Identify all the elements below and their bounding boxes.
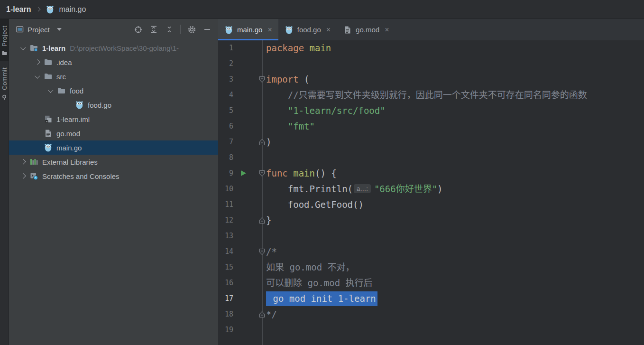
locate-icon xyxy=(134,25,143,34)
code-line: 4 //只需要写到文件夹级别就行，因此同一个文件夹不可存在同名同参的函数 xyxy=(218,87,644,103)
code-text: 如果 go.mod 不对， xyxy=(266,260,355,275)
chevron-down-icon[interactable] xyxy=(57,28,62,31)
chevron-right-icon[interactable] xyxy=(31,60,44,64)
chevron-down-icon[interactable] xyxy=(44,90,57,92)
line-number: 4 xyxy=(218,87,233,103)
tab-label: food.go xyxy=(297,26,321,34)
code-line: 3import ( xyxy=(218,72,644,87)
breadcrumb-project[interactable]: 1-learn xyxy=(6,5,31,14)
expand-all-button[interactable] xyxy=(147,23,160,36)
code-text: import ( xyxy=(266,72,310,87)
tab-label: main.go xyxy=(237,26,262,34)
chevron-right-icon[interactable] xyxy=(17,174,29,178)
tab-go.mod[interactable]: go.mod× xyxy=(337,19,395,40)
folder-icon xyxy=(44,72,53,81)
locate-button[interactable] xyxy=(132,23,144,36)
tab-main.go[interactable]: main.go× xyxy=(218,19,278,40)
tab-close-icon[interactable]: × xyxy=(326,26,331,34)
tree-item-path: D:\projectWorkSpace\30-golang\1- xyxy=(70,44,179,52)
editor-tabs: main.go×food.go×go.mod× xyxy=(218,19,644,40)
line-number: 19 xyxy=(218,322,233,338)
folder-icon xyxy=(57,86,66,95)
breadcrumb-file[interactable]: main.go xyxy=(59,5,86,14)
line-number: 11 xyxy=(218,197,233,213)
stripe-tab-label: Commit xyxy=(1,67,8,90)
line-number: 17 xyxy=(218,291,233,307)
breadcrumb-separator-icon xyxy=(36,7,41,12)
mod-file-icon xyxy=(343,26,352,34)
tree-item-food[interactable]: food xyxy=(9,84,218,98)
code-line: 17 go mod init 1-learn xyxy=(218,291,644,307)
inlay-hint: a…: xyxy=(354,184,371,193)
line-number: 12 xyxy=(218,213,233,228)
code-text: package main xyxy=(266,40,331,56)
code-line: 8 xyxy=(218,150,644,166)
code-line: 13 xyxy=(218,228,644,244)
line-number: 14 xyxy=(218,244,233,260)
tree-item-external-libraries[interactable]: External Libraries xyxy=(9,155,218,169)
line-number: 3 xyxy=(218,72,233,87)
stripe-tab-label: Project xyxy=(1,26,8,47)
code-line: 18*/ xyxy=(218,307,644,322)
project-panel-title[interactable]: Project xyxy=(28,26,50,34)
tab-close-icon[interactable]: × xyxy=(267,26,272,34)
fold-marker-icon[interactable] xyxy=(259,311,265,318)
code-text: ) xyxy=(266,134,271,150)
scratch-icon xyxy=(29,172,38,180)
tree-item-food.go[interactable]: food.go xyxy=(9,98,218,112)
fold-marker-icon[interactable] xyxy=(259,248,265,255)
hide-button[interactable] xyxy=(201,23,213,36)
tree-item-label: go.mod xyxy=(56,130,80,138)
line-number: 8 xyxy=(218,150,233,166)
settings-button[interactable] xyxy=(185,23,198,36)
tree-item-label: External Libraries xyxy=(42,158,98,166)
code-text: 可以删除 go.mod 执行后 xyxy=(266,275,373,291)
code-text: /* xyxy=(266,244,277,260)
chevron-right-icon[interactable] xyxy=(17,160,29,164)
code-text: func main() { xyxy=(266,166,337,181)
code-text: "1-learn/src/food" xyxy=(266,103,386,119)
code-line: 2 xyxy=(218,56,644,72)
chevron-down-icon[interactable] xyxy=(31,75,44,78)
tab-close-icon[interactable]: × xyxy=(385,26,389,34)
code-editor[interactable]: 1package main23import (4 //只需要写到文件夹级别就行，… xyxy=(218,40,644,345)
project-tree: 1-learnD:\projectWorkSpace\30-golang\1-.… xyxy=(9,40,218,183)
fold-marker-icon[interactable] xyxy=(259,217,265,224)
code-line: 19 xyxy=(218,322,644,338)
tree-item-label: main.go xyxy=(56,144,82,152)
code-line: 15如果 go.mod 不对， xyxy=(218,260,644,275)
fold-marker-icon[interactable] xyxy=(259,139,265,146)
code-line: 12} xyxy=(218,213,644,228)
tree-item-scratches-and-consoles[interactable]: Scratches and Consoles xyxy=(9,169,218,183)
line-number: 13 xyxy=(218,228,233,244)
tree-item-src[interactable]: src xyxy=(9,69,218,84)
tree-item-go.mod[interactable]: go.mod xyxy=(9,126,218,140)
code-line: 10 fmt.Println(a…:"666你好世界") xyxy=(218,181,644,197)
stripe-tab-commit[interactable]: Commit xyxy=(0,61,9,105)
stripe-tab-project[interactable]: Project xyxy=(0,19,9,61)
code-text: "fmt" xyxy=(266,119,315,134)
minus-icon xyxy=(203,25,212,34)
stripe-commit-icon xyxy=(1,94,8,101)
code-line: 11 food.GetFood() xyxy=(218,197,644,213)
tab-label: go.mod xyxy=(356,26,379,34)
tree-item-.idea[interactable]: .idea xyxy=(9,55,218,69)
tree-item-label: food.go xyxy=(88,101,111,109)
project-tool-window: Project 1-learnD:\projectWorkSpace\30-go… xyxy=(9,19,218,345)
line-number: 16 xyxy=(218,275,233,291)
expand-icon xyxy=(149,25,158,34)
tool-window-stripe: ProjectCommit xyxy=(0,19,9,345)
fold-marker-icon[interactable] xyxy=(259,76,265,83)
tree-item-1-learn.iml[interactable]: 1-learn.iml xyxy=(9,112,218,126)
run-button[interactable] xyxy=(241,170,246,176)
code-line: 16可以删除 go.mod 执行后 xyxy=(218,275,644,291)
tree-item-1-learn[interactable]: 1-learnD:\projectWorkSpace\30-golang\1- xyxy=(9,41,218,55)
collapse-all-button[interactable] xyxy=(163,23,175,36)
tree-item-main.go[interactable]: main.go xyxy=(9,140,218,155)
tab-food.go[interactable]: food.go× xyxy=(278,19,337,40)
module-icon xyxy=(29,44,38,52)
tree-item-label: src xyxy=(56,73,66,81)
tree-item-label: food xyxy=(70,87,83,95)
fold-marker-icon[interactable] xyxy=(259,170,265,177)
chevron-down-icon[interactable] xyxy=(17,47,29,49)
